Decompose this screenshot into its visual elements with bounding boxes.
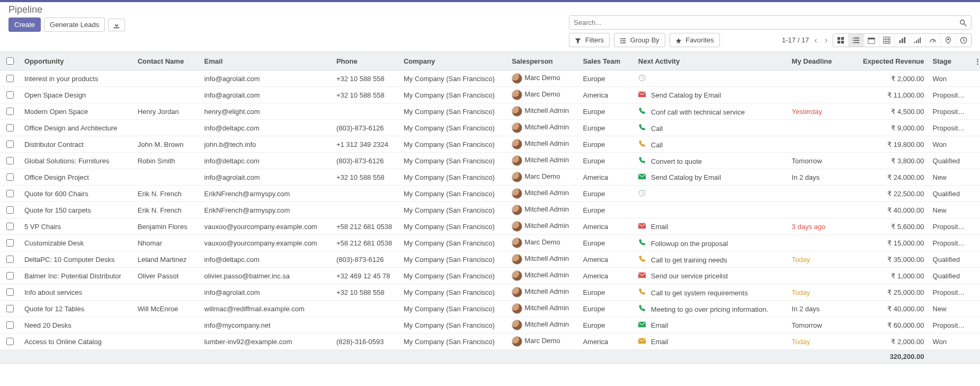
filters-button[interactable]: Filters: [569, 33, 610, 47]
cell-activity[interactable]: Meeting to go over pricing information.: [634, 301, 788, 317]
row-checkbox[interactable]: [6, 173, 14, 181]
header-salesperson[interactable]: Salesperson: [507, 52, 578, 71]
view-map[interactable]: [941, 34, 956, 47]
cell-team: America: [578, 87, 634, 103]
row-checkbox[interactable]: [6, 206, 14, 214]
header-select-all[interactable]: [0, 52, 20, 71]
header-stage[interactable]: Stage: [929, 52, 970, 71]
select-all-checkbox[interactable]: [6, 57, 14, 65]
cell-menu: [970, 103, 980, 120]
cell-salesperson: Marc Demo: [507, 87, 578, 103]
row-checkbox[interactable]: [6, 338, 14, 345]
favorites-button[interactable]: Favorites: [670, 33, 720, 47]
table-row[interactable]: Global Solutions: FurnituresRobin Smithi…: [0, 153, 980, 169]
cell-deadline: In 2 days: [788, 169, 857, 186]
create-button[interactable]: Create: [8, 17, 41, 32]
table-row[interactable]: Balmer Inc: Potential DistributorOliver …: [0, 268, 980, 284]
row-checkbox[interactable]: [6, 272, 14, 279]
map-pin-icon: [945, 37, 952, 44]
cell-activity[interactable]: Call to get training needs: [634, 251, 788, 268]
table-row[interactable]: Quote for 12 TablesWill McEnroewillmac@r…: [0, 301, 980, 317]
view-calendar[interactable]: [864, 34, 879, 47]
cell-activity[interactable]: Email: [634, 218, 788, 235]
cell-activity[interactable]: Call: [634, 120, 788, 136]
table-row[interactable]: Customizable DeskNhomarvauxoo@yourcompan…: [0, 235, 980, 251]
cell-revenue: ₹ 22,500.00: [857, 186, 928, 202]
pager-prev[interactable]: ‹: [812, 35, 819, 46]
table-row[interactable]: DeltaPC: 10 Computer DesksLeland Martine…: [0, 251, 980, 268]
row-checkbox[interactable]: [6, 190, 14, 197]
header-revenue[interactable]: Expected Revenue: [857, 52, 928, 71]
table-row[interactable]: Interest in your productsinfo@agrolait.c…: [0, 71, 980, 87]
table-row[interactable]: Open Space Designinfo@agrolait.com+32 10…: [0, 87, 980, 103]
cell-activity[interactable]: Call: [634, 136, 788, 153]
view-dashboard[interactable]: [925, 34, 941, 47]
cell-activity[interactable]: Convert to quote: [634, 153, 788, 169]
cell-activity[interactable]: [634, 202, 788, 218]
view-pivot[interactable]: [879, 34, 895, 47]
table-row[interactable]: Office Design and Architectureinfo@delta…: [0, 120, 980, 136]
cell-activity[interactable]: Send Catalog by Email: [634, 87, 788, 103]
cell-activity[interactable]: [634, 186, 788, 202]
table-row[interactable]: 5 VP ChairsBenjamin Floresvauxoo@yourcom…: [0, 218, 980, 235]
cell-email: ErikNFrench@armyspy.com: [200, 202, 332, 218]
pager-next[interactable]: ›: [823, 35, 830, 46]
search-input[interactable]: [569, 16, 955, 29]
header-team[interactable]: Sales Team: [578, 52, 634, 71]
header-activity[interactable]: Next Activity: [634, 52, 788, 71]
table-row[interactable]: Need 20 Desksinfo@mycompany.netMy Compan…: [0, 317, 980, 334]
row-checkbox[interactable]: [6, 141, 14, 148]
cell-activity[interactable]: Email: [634, 334, 788, 350]
cell-company: My Company (San Francisco): [399, 202, 507, 218]
table-row[interactable]: Distributor ContractJohn M. Brownjohn.b@…: [0, 136, 980, 153]
table-row[interactable]: Access to Online Cataloglumber-inv92@exa…: [0, 334, 980, 350]
row-checkbox[interactable]: [6, 91, 14, 99]
cell-activity[interactable]: [634, 71, 788, 87]
header-contact[interactable]: Contact Name: [133, 52, 200, 71]
table-row[interactable]: Info about servicesinfo@agrolait.com+32 …: [0, 284, 980, 301]
cell-activity[interactable]: Email: [634, 317, 788, 334]
cell-phone: (803)-873-6126: [332, 153, 399, 169]
activity-text: Email: [651, 338, 669, 346]
view-kanban[interactable]: [833, 34, 849, 47]
header-email[interactable]: Email: [200, 52, 332, 71]
cell-activity[interactable]: Send Catalog by Email: [634, 169, 788, 186]
cell-stage: New: [929, 202, 970, 218]
row-checkbox[interactable]: [6, 305, 14, 312]
header-deadline[interactable]: My Deadline: [788, 52, 857, 71]
header-opportunity[interactable]: Opportunity: [20, 52, 133, 71]
import-button[interactable]: [108, 19, 125, 31]
row-checkbox[interactable]: [6, 108, 14, 115]
calendar-icon: [868, 37, 875, 44]
table-row[interactable]: Quote for 600 ChairsErik N. FrenchErikNF…: [0, 186, 980, 202]
search-box[interactable]: [569, 15, 972, 30]
cell-activity[interactable]: Conf call with technical service: [634, 103, 788, 120]
cell-activity[interactable]: Call to get system requirements: [634, 284, 788, 301]
cell-menu: [970, 317, 980, 334]
header-phone[interactable]: Phone: [332, 52, 399, 71]
view-activity[interactable]: [956, 34, 971, 47]
header-company[interactable]: Company: [399, 52, 507, 71]
row-checkbox[interactable]: [6, 124, 14, 131]
groupby-button[interactable]: Group By: [614, 33, 665, 47]
table-row[interactable]: Quote for 150 carpetsErik N. FrenchErikN…: [0, 202, 980, 218]
view-cohort[interactable]: [910, 34, 925, 47]
view-graph[interactable]: [895, 34, 910, 47]
cell-activity[interactable]: Send our service pricelist: [634, 268, 788, 284]
row-checkbox[interactable]: [6, 75, 14, 82]
cell-activity[interactable]: Followup on the proposal: [634, 235, 788, 251]
row-checkbox[interactable]: [6, 256, 14, 263]
header-optional-columns[interactable]: ⋮: [970, 52, 980, 71]
table-row[interactable]: Modern Open SpaceHenry Jordanhenry@eligh…: [0, 103, 980, 120]
table-row[interactable]: Office Design Projectinfo@agrolait.com+3…: [0, 169, 980, 186]
view-list[interactable]: [849, 34, 864, 47]
row-checkbox[interactable]: [6, 223, 14, 230]
cell-stage: Qualified: [929, 153, 970, 169]
row-checkbox[interactable]: [6, 239, 14, 247]
generate-leads-button[interactable]: Generate Leads: [44, 17, 105, 32]
cell-salesperson: Mitchell Admin: [507, 186, 578, 202]
row-checkbox[interactable]: [6, 321, 14, 329]
row-checkbox[interactable]: [6, 157, 14, 164]
search-submit[interactable]: [955, 17, 971, 29]
row-checkbox[interactable]: [6, 288, 14, 296]
